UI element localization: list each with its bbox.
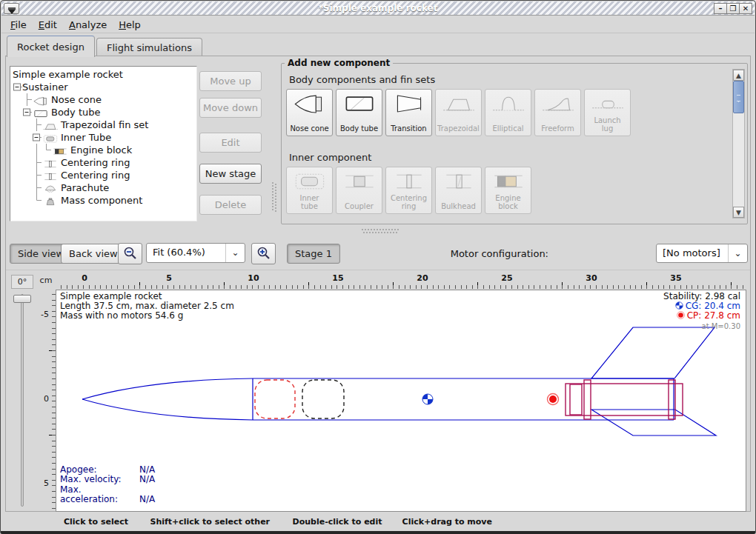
zoom-in-icon[interactable] — [251, 243, 276, 264]
tree-guide-line — [32, 169, 42, 181]
rocket-drawing — [56, 290, 746, 511]
tree-guide-line — [13, 156, 22, 169]
tree-item-mass-component[interactable]: Mass component — [13, 194, 196, 207]
tree-expander-icon[interactable] — [32, 131, 42, 144]
tree-item-inner-tube[interactable]: Inner Tube — [13, 131, 196, 144]
horizontal-ruler: 05101520253035 — [56, 273, 746, 289]
zoom-out-icon[interactable] — [118, 243, 142, 264]
tree-item-parachute[interactable]: Parachute — [13, 181, 196, 194]
component-tree[interactable]: Simple example rocketSustainerNose coneB… — [10, 66, 197, 221]
maximize-button[interactable]: ❐ — [726, 3, 740, 14]
tree-item-nose-cone[interactable]: Nose cone — [13, 93, 196, 106]
status-hint: Click+drag to move — [402, 517, 492, 527]
tree-item-centering-ring[interactable]: Centering ring — [13, 169, 196, 181]
component-button-label: Innertube — [287, 194, 332, 210]
body-tube-icon — [33, 109, 49, 119]
close-button[interactable]: ✕ — [739, 3, 752, 14]
add-centering-ring-button[interactable]: Centeringring — [385, 167, 432, 214]
scroll-up-icon[interactable]: ▲ — [733, 70, 744, 81]
menu-help[interactable]: Help — [113, 18, 147, 32]
h-ruler-label: 5 — [166, 273, 172, 283]
tree-item-trapezoidal-fin-set[interactable]: Trapezoidal fin set — [13, 119, 196, 131]
tree-item-sustainer[interactable]: Sustainer — [13, 81, 196, 93]
h-ruler-label: 0 — [82, 273, 87, 283]
tree-item-label: Body tube — [51, 107, 101, 118]
tree-expander-icon[interactable] — [22, 106, 32, 119]
new-stage-button[interactable]: New stage — [199, 164, 262, 184]
scrollbar-thumb[interactable] — [733, 81, 744, 113]
add-coupler-button[interactable]: Coupler — [336, 167, 382, 214]
rotation-slider-thumb[interactable] — [13, 295, 31, 303]
mass-component-outline — [302, 380, 344, 418]
view-toolbar: Side view Back view Fit (60.4%) ⌄ Stage … — [6, 237, 750, 270]
motor-configuration-value: [No motors] — [663, 247, 720, 258]
edit-button[interactable]: Edit — [199, 133, 262, 153]
status-bar: Click to selectShift+click to select oth… — [6, 513, 750, 530]
rocket-info-line: Mass with no motors 54.6 g — [60, 311, 234, 321]
component-button-label: Trapezoidal — [436, 124, 481, 133]
ruler-unit-label: cm — [36, 273, 56, 289]
add-nose-cone-button[interactable]: Nose cone — [286, 89, 333, 136]
add-bulkhead-button[interactable]: Bulkhead — [435, 167, 482, 214]
component-button-label: Transition — [386, 124, 431, 133]
rotation-angle-value: 0° — [11, 275, 33, 289]
flight-stat-value: N/A — [139, 494, 155, 504]
nose-cone-icon — [33, 96, 49, 106]
cg-marker — [422, 394, 433, 404]
flight-stat-value: N/A — [139, 464, 155, 475]
tree-item-body-tube[interactable]: Body tube — [13, 106, 196, 119]
tree-guide-line — [32, 119, 42, 131]
tree-guide-line — [32, 194, 42, 207]
component-panel-scrollbar[interactable]: ▲ ▼ — [732, 69, 745, 218]
status-hint: Shift+click to select other — [150, 517, 271, 527]
tree-item-label: Inner Tube — [61, 132, 111, 143]
delete-button[interactable]: Delete — [199, 195, 262, 215]
motor-configuration-combo[interactable]: [No motors] ⌄ — [656, 244, 748, 263]
minimize-button[interactable]: – — [714, 3, 727, 14]
add-trapezoidal-button[interactable]: Trapezoidal — [435, 89, 482, 136]
back-view-button[interactable]: Back view — [61, 244, 126, 264]
menu-analyze[interactable]: Analyze — [63, 18, 113, 32]
move-up-button[interactable]: Move up — [199, 71, 262, 91]
app-window: *Simple example rocket –❐✕ FileEditAnaly… — [0, 0, 756, 534]
add-elliptical-button[interactable]: Elliptical — [485, 89, 531, 136]
tree-item-centering-ring[interactable]: Centering ring — [13, 156, 196, 169]
add-engine-block-button[interactable]: Engineblock — [485, 167, 531, 214]
title-bar[interactable]: *Simple example rocket –❐✕ — [1, 1, 755, 16]
h-ruler-label: 35 — [670, 273, 681, 283]
component-button-label: Launchlug — [585, 116, 630, 133]
tree-item-simple-example-rocket[interactable]: Simple example rocket — [13, 68, 196, 81]
menu-edit[interactable]: Edit — [33, 18, 63, 32]
inner-tube-icon — [293, 171, 327, 192]
tab-flight-simulations[interactable]: Flight simulations — [96, 38, 202, 58]
centering-ring-icon — [42, 159, 59, 169]
tree-guide-line — [32, 144, 42, 156]
rotation-slider[interactable] — [21, 294, 24, 507]
tab-rocket-design[interactable]: Rocket design — [7, 36, 95, 57]
zoom-level-combo[interactable]: Fit (60.4%) ⌄ — [146, 243, 245, 263]
tree-guide-line — [13, 194, 22, 207]
tree-item-engine-block[interactable]: Engine block — [13, 144, 196, 156]
h-ruler-label: 30 — [586, 273, 597, 283]
scroll-down-icon[interactable]: ▼ — [733, 207, 744, 218]
parachute-icon — [42, 183, 59, 193]
add-body-tube-button[interactable]: Body tube — [336, 89, 382, 136]
stage-1-button[interactable]: Stage 1 — [287, 244, 340, 264]
nose-cone-icon — [33, 95, 49, 104]
vertical-splitter-handle[interactable] — [272, 182, 277, 212]
move-down-button[interactable]: Move down — [199, 98, 262, 118]
rocket-figure-canvas[interactable]: Simple example rocketLength 37.5 cm, max… — [56, 290, 746, 512]
add-inner-tube-button[interactable]: Innertube — [286, 167, 333, 214]
horizontal-splitter-handle[interactable] — [362, 229, 399, 234]
centering-ring-icon — [42, 172, 59, 181]
menu-file[interactable]: File — [4, 18, 33, 32]
tree-guide-line — [42, 144, 51, 156]
add-transition-button[interactable]: Transition — [385, 89, 432, 136]
tree-expander-icon[interactable] — [13, 81, 22, 93]
tree-guide-line — [13, 131, 22, 144]
component-button-label: Freeform — [535, 124, 580, 133]
add-launch-lug-button[interactable]: Launchlug — [584, 89, 631, 136]
zoom-level-value: Fit (60.4%) — [153, 247, 205, 258]
parachute-icon — [42, 184, 59, 194]
add-freeform-button[interactable]: Freeform — [534, 89, 581, 136]
